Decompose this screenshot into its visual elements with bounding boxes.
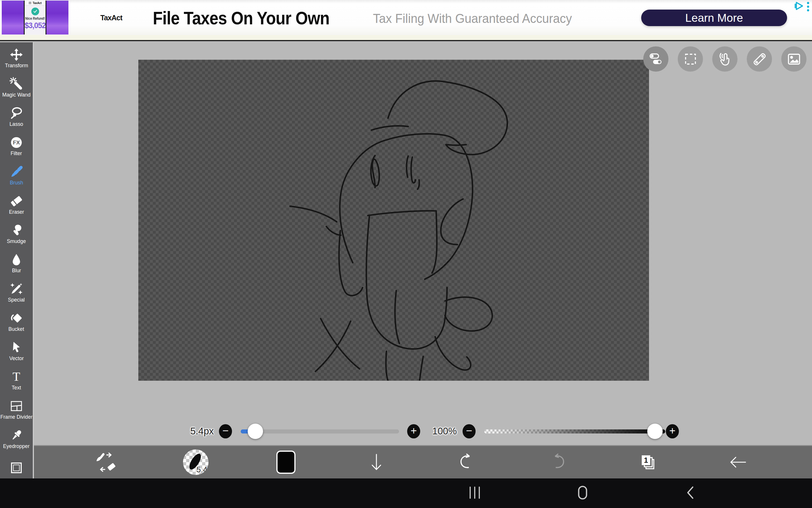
- brush-size-decrease-button[interactable]: −: [219, 424, 232, 438]
- opacity-value: 100%: [421, 426, 457, 437]
- svg-text:FX: FX: [13, 139, 20, 145]
- vector-cursor-icon: [9, 341, 23, 354]
- blur-drop-icon: [9, 253, 23, 266]
- transform-icon: [9, 48, 23, 61]
- eraser-icon: [9, 194, 23, 208]
- back-button[interactable]: [728, 452, 749, 473]
- ruler-icon: [752, 51, 767, 67]
- redo-button[interactable]: [547, 452, 568, 473]
- tool-settings-button[interactable]: [643, 46, 669, 72]
- drawing-canvas[interactable]: [138, 60, 649, 381]
- brush-size-thumb[interactable]: [248, 424, 263, 439]
- collapse-toolbar-button[interactable]: [366, 452, 387, 473]
- thumbnail-phone-mockup: TaxAct Nice Refund! $3,052: [24, 1, 46, 35]
- lasso-icon: [9, 107, 23, 120]
- tap-finger-icon: [717, 51, 733, 67]
- reference-image-button[interactable]: [781, 46, 807, 72]
- tool-text[interactable]: T Text: [0, 366, 33, 395]
- left-arrow-icon: [728, 452, 749, 473]
- tool-eyedropper[interactable]: Eyedropper: [0, 424, 33, 454]
- back-chevron-icon: [683, 485, 698, 501]
- tool-bucket[interactable]: Bucket: [0, 307, 33, 336]
- brush-eraser-swap-button[interactable]: [95, 451, 117, 473]
- tool-magic-wand[interactable]: Magic Wand: [0, 73, 33, 102]
- thumbnail-app-name: TaxAct: [33, 1, 42, 5]
- tool-frame-divider[interactable]: Frame Divider: [0, 395, 33, 424]
- hamburger-icon: [29, 2, 31, 4]
- tool-vector[interactable]: Vector: [0, 336, 33, 366]
- redo-icon: [547, 452, 568, 473]
- refund-status-label: Nice Refund!: [25, 16, 45, 20]
- brush-size-track[interactable]: [241, 429, 399, 433]
- brush-size-value: 5.4px: [178, 426, 214, 437]
- brush-preview-size: 5.4: [196, 465, 207, 474]
- opacity-increase-button[interactable]: +: [666, 424, 679, 438]
- tool-transform[interactable]: Transform: [0, 43, 33, 73]
- thumbnail-backdrop-left: [2, 1, 24, 35]
- home-button[interactable]: [575, 485, 591, 502]
- advertiser-logo: TaxAct: [100, 14, 122, 22]
- tool-special[interactable]: Special: [0, 278, 33, 307]
- ad-banner[interactable]: TaxAct Nice Refund! $3,052 TaxAct File T…: [0, 0, 812, 35]
- touch-gesture-button[interactable]: [712, 46, 737, 72]
- brush-stroke-preview: 5.4: [183, 450, 209, 475]
- magic-wand-icon: [9, 77, 23, 91]
- selection-marquee-icon: [683, 51, 698, 67]
- recents-icon: [467, 485, 482, 501]
- refund-amount: $3,052: [25, 21, 46, 30]
- tool-palette: Transform Magic Wand Lasso: [0, 42, 34, 478]
- tool-smudge[interactable]: Smudge: [0, 219, 33, 249]
- android-back-button[interactable]: [683, 485, 698, 502]
- text-tool-icon: T: [9, 370, 23, 384]
- ad-video-thumbnail[interactable]: TaxAct Nice Refund! $3,052: [2, 1, 69, 35]
- tool-canvas-frame[interactable]: [0, 458, 33, 478]
- undo-icon: [457, 452, 478, 473]
- brush-icon: [9, 165, 23, 179]
- ruler-button[interactable]: [747, 46, 772, 72]
- bucket-icon: [9, 311, 23, 325]
- tool-blur[interactable]: Blur: [0, 249, 33, 278]
- filter-fx-icon: FX: [9, 136, 23, 149]
- frame-icon: [9, 461, 23, 475]
- svg-text:T: T: [12, 370, 20, 383]
- canvas-drawing: [138, 60, 649, 381]
- canvas-option-buttons: [643, 46, 807, 72]
- layers-icon: 1: [637, 452, 658, 473]
- brush-size-increase-button[interactable]: +: [407, 424, 420, 438]
- select-area-button[interactable]: [678, 46, 703, 72]
- learn-more-button[interactable]: Learn More: [641, 9, 787, 26]
- tool-filter[interactable]: FX Filter: [0, 131, 33, 161]
- opacity-track[interactable]: [484, 429, 665, 433]
- tool-lasso[interactable]: Lasso: [0, 102, 33, 131]
- app-screen: TaxAct Nice Refund! $3,052 TaxAct File T…: [0, 0, 812, 508]
- adchoices-icon[interactable]: [794, 1, 804, 12]
- undo-button[interactable]: [457, 452, 478, 473]
- tool-eraser[interactable]: Eraser: [0, 190, 33, 219]
- toggles-icon: [648, 51, 664, 67]
- layer-count: 1: [644, 456, 648, 464]
- brush-preview-button[interactable]: 5.4: [183, 450, 209, 475]
- image-icon: [786, 51, 802, 67]
- current-color-chip: [276, 451, 296, 474]
- smudge-icon: [9, 223, 23, 237]
- opacity-decrease-button[interactable]: −: [463, 424, 476, 438]
- thumbnail-backdrop-right: [46, 1, 69, 35]
- bottom-toolbar: 5.4: [34, 445, 812, 478]
- home-icon: [575, 485, 591, 501]
- swap-tool-icon: [95, 451, 117, 473]
- down-arrow-icon: [366, 452, 387, 473]
- recents-button[interactable]: [467, 485, 482, 502]
- layers-button[interactable]: 1: [637, 452, 658, 473]
- color-swatch-button[interactable]: [276, 451, 296, 474]
- tool-brush[interactable]: Brush: [0, 161, 33, 190]
- eyedropper-icon: [9, 429, 23, 442]
- frame-divider-icon: [9, 399, 23, 413]
- special-pen-icon: [9, 282, 23, 296]
- ad-headline: File Taxes On Your Own: [153, 7, 330, 29]
- banner-divider: [0, 35, 812, 41]
- check-icon: [31, 7, 39, 15]
- ad-options-menu-icon[interactable]: [807, 1, 810, 13]
- android-navbar: [0, 478, 812, 508]
- opacity-thumb[interactable]: [647, 424, 663, 439]
- ad-subheadline: Tax Filing With Guaranteed Accuracy: [373, 11, 572, 26]
